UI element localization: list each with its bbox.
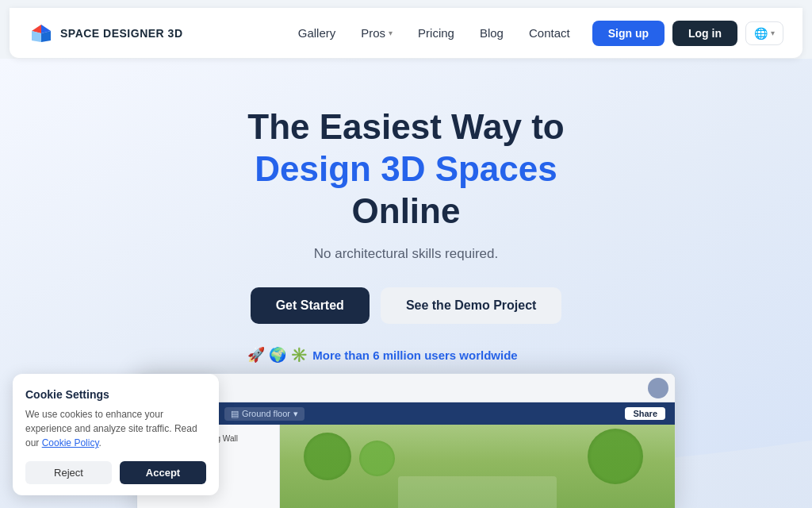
hero-title-line3: Online <box>247 190 564 233</box>
hero-subtitle: No architectural skills required. <box>247 246 564 262</box>
globe-icon: 🌐 <box>754 27 768 40</box>
social-proof: 🚀 🌍 ✳️ More than 6 million users worldwi… <box>247 346 564 364</box>
nav-pricing[interactable]: Pricing <box>418 26 454 40</box>
logo-icon <box>29 21 54 46</box>
nav-contact[interactable]: Contact <box>529 26 570 40</box>
login-button[interactable]: Log in <box>672 21 737 46</box>
pros-chevron-icon: ▾ <box>389 29 393 37</box>
nav-links: Gallery Pros ▾ Pricing Blog Contact <box>298 26 570 40</box>
hero-title-line1: The Easiest Way to <box>247 106 564 148</box>
app-canvas <box>280 425 675 508</box>
tree-2 <box>359 441 395 476</box>
floor-icon: ▤ <box>231 409 239 419</box>
hero-buttons: Get Started See the Demo Project <box>247 287 564 324</box>
tree-3 <box>588 429 643 484</box>
get-started-button[interactable]: Get Started <box>251 287 370 324</box>
signup-button[interactable]: Sign up <box>592 21 665 46</box>
language-button[interactable]: 🌐 ▾ <box>745 21 783 45</box>
tree-1 <box>304 433 351 480</box>
hero-title-line2: Design 3D Spaces <box>247 148 564 190</box>
social-proof-emojis: 🚀 🌍 ✳️ <box>247 346 308 364</box>
user-avatar <box>648 378 668 398</box>
nav-actions: Sign up Log in 🌐 ▾ <box>592 21 783 46</box>
share-button-mini[interactable]: Share <box>625 407 665 420</box>
floor-chevron-icon: ▾ <box>293 409 298 419</box>
cookie-text: We use cookies to enhance your experienc… <box>25 407 206 450</box>
nav-gallery[interactable]: Gallery <box>298 26 336 40</box>
social-proof-text: More than 6 million users worldwide <box>312 348 517 362</box>
brand-name: SPACE DESIGNER 3D <box>60 27 183 40</box>
cookie-banner: Cookie Settings We use cookies to enhanc… <box>13 374 219 495</box>
cookie-accept-button[interactable]: Accept <box>120 461 206 484</box>
cookie-reject-button[interactable]: Reject <box>25 461 112 484</box>
floor-badge: ▤ Ground floor ▾ <box>224 407 304 421</box>
demo-project-button[interactable]: See the Demo Project <box>381 287 562 324</box>
building-outline <box>398 476 557 508</box>
cookie-title: Cookie Settings <box>25 388 206 401</box>
nav-pros[interactable]: Pros ▾ <box>361 26 393 40</box>
hero-content: The Easiest Way to Design 3D Spaces Onli… <box>247 106 564 364</box>
nav-blog[interactable]: Blog <box>480 26 504 40</box>
lang-chevron-icon: ▾ <box>771 29 775 37</box>
logo-area[interactable]: SPACE DESIGNER 3D <box>29 21 183 46</box>
cookie-policy-link[interactable]: Cookie Policy <box>42 437 99 448</box>
navbar: SPACE DESIGNER 3D Gallery Pros ▾ Pricing… <box>10 8 802 59</box>
cookie-buttons: Reject Accept <box>25 461 206 484</box>
